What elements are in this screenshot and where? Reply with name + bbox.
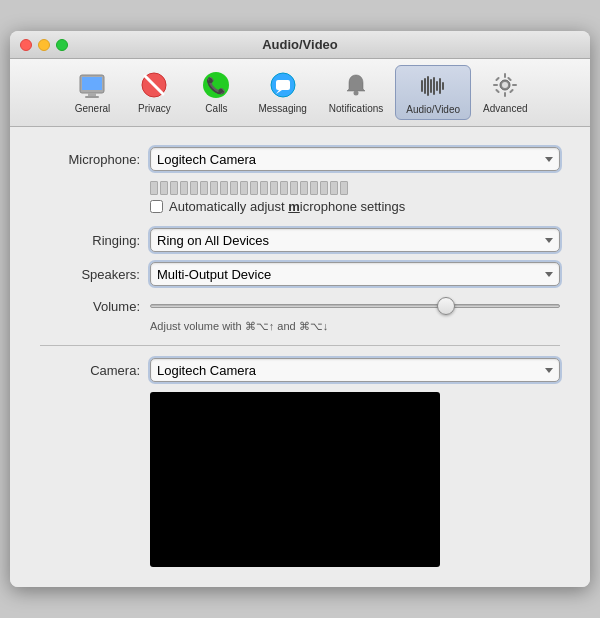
audiovideo-icon (417, 70, 449, 102)
svg-rect-13 (424, 78, 426, 94)
general-icon (76, 69, 108, 101)
maximize-button[interactable] (56, 39, 68, 51)
mic-bar (150, 181, 158, 195)
svg-rect-9 (276, 80, 290, 90)
speakers-row: Speakers: Multi-Output Device Built-in O… (40, 262, 560, 286)
auto-adjust-label: Automatically adjust microphone settings (169, 199, 405, 214)
notifications-icon (340, 69, 372, 101)
svg-rect-23 (504, 92, 506, 97)
traffic-lights (20, 39, 68, 51)
advanced-label: Advanced (483, 103, 527, 114)
auto-adjust-row: Automatically adjust microphone settings (150, 199, 560, 214)
ringing-row: Ringing: Ring on All Devices Ring on Thi… (40, 228, 560, 252)
svg-rect-26 (495, 77, 500, 82)
svg-rect-17 (436, 81, 438, 91)
toolbar: General Privacy 📞 Calls (10, 59, 590, 127)
microphone-control: Logitech Camera Built-in Microphone (150, 147, 560, 171)
toolbar-item-general[interactable]: General (62, 65, 122, 120)
mic-bar (240, 181, 248, 195)
notifications-label: Notifications (329, 103, 383, 114)
svg-point-11 (354, 91, 359, 96)
mic-bar (160, 181, 168, 195)
close-button[interactable] (20, 39, 32, 51)
content-area: Microphone: Logitech Camera Built-in Mic… (10, 127, 590, 587)
privacy-label: Privacy (138, 103, 171, 114)
svg-rect-18 (439, 78, 441, 94)
svg-rect-19 (442, 82, 444, 90)
toolbar-item-calls[interactable]: 📞 Calls (186, 65, 246, 120)
svg-text:📞: 📞 (206, 76, 226, 95)
ringing-label: Ringing: (40, 233, 140, 248)
svg-rect-1 (82, 77, 102, 90)
svg-rect-22 (504, 73, 506, 78)
volume-row: Volume: (40, 296, 560, 316)
svg-rect-24 (493, 84, 498, 86)
calls-icon: 📞 (200, 69, 232, 101)
window-title: Audio/Video (262, 37, 338, 52)
mic-level-bars (150, 181, 560, 195)
mic-bar (290, 181, 298, 195)
svg-point-21 (502, 82, 508, 88)
privacy-icon (138, 69, 170, 101)
microphone-select[interactable]: Logitech Camera Built-in Microphone (150, 147, 560, 171)
svg-rect-14 (427, 76, 429, 96)
advanced-icon (489, 69, 521, 101)
mic-bar (250, 181, 258, 195)
ringing-select[interactable]: Ring on All Devices Ring on This Device … (150, 228, 560, 252)
svg-rect-15 (430, 79, 432, 93)
audiovideo-label: Audio/Video (406, 104, 460, 115)
divider (40, 345, 560, 346)
mic-bar (190, 181, 198, 195)
main-window: Audio/Video General Privacy (10, 31, 590, 587)
volume-track (150, 304, 560, 308)
calls-label: Calls (205, 103, 227, 114)
svg-rect-2 (88, 93, 96, 96)
volume-label: Volume: (40, 299, 140, 314)
mic-bar (200, 181, 208, 195)
svg-rect-16 (433, 77, 435, 95)
mic-bar (340, 181, 348, 195)
microphone-row: Microphone: Logitech Camera Built-in Mic… (40, 147, 560, 171)
title-bar: Audio/Video (10, 31, 590, 59)
microphone-label: Microphone: (40, 152, 140, 167)
mic-bar (270, 181, 278, 195)
volume-thumb[interactable] (437, 297, 455, 315)
volume-hint: Adjust volume with ⌘⌥↑ and ⌘⌥↓ (150, 320, 560, 333)
mic-bar (170, 181, 178, 195)
mic-bar (260, 181, 268, 195)
camera-label: Camera: (40, 363, 140, 378)
camera-row: Camera: Logitech Camera Built-in Camera (40, 358, 560, 382)
speakers-label: Speakers: (40, 267, 140, 282)
minimize-button[interactable] (38, 39, 50, 51)
mic-bar (220, 181, 228, 195)
svg-rect-29 (495, 89, 500, 94)
toolbar-item-privacy[interactable]: Privacy (124, 65, 184, 120)
messaging-label: Messaging (258, 103, 306, 114)
mic-bar (330, 181, 338, 195)
camera-preview (150, 392, 440, 567)
camera-select[interactable]: Logitech Camera Built-in Camera (150, 358, 560, 382)
auto-adjust-checkbox[interactable] (150, 200, 163, 213)
messaging-icon (267, 69, 299, 101)
svg-rect-25 (512, 84, 517, 86)
toolbar-item-audiovideo[interactable]: Audio/Video (395, 65, 471, 120)
mic-bar (230, 181, 238, 195)
camera-control: Logitech Camera Built-in Camera (150, 358, 560, 382)
speakers-control: Multi-Output Device Built-in Output (150, 262, 560, 286)
toolbar-item-messaging[interactable]: Messaging (248, 65, 316, 120)
mic-bar (210, 181, 218, 195)
toolbar-item-notifications[interactable]: Notifications (319, 65, 393, 120)
general-label: General (75, 103, 111, 114)
svg-rect-27 (509, 89, 514, 94)
mic-bar (280, 181, 288, 195)
mic-bar (310, 181, 318, 195)
mic-bar (180, 181, 188, 195)
mic-bar (300, 181, 308, 195)
toolbar-item-advanced[interactable]: Advanced (473, 65, 537, 120)
mic-bar (320, 181, 328, 195)
ringing-control: Ring on All Devices Ring on This Device … (150, 228, 560, 252)
speakers-select[interactable]: Multi-Output Device Built-in Output (150, 262, 560, 286)
volume-slider-container (150, 296, 560, 316)
svg-rect-12 (421, 80, 423, 92)
svg-rect-3 (85, 96, 99, 98)
